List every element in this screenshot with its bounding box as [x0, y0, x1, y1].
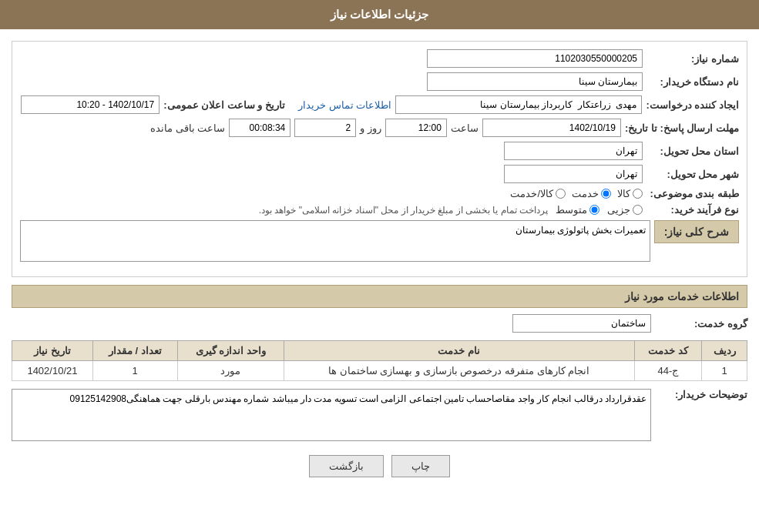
content-area: شماره نیاز: نام دستگاه خریدار: ایجاد کنن…: [0, 29, 759, 489]
cat-kala-khadamat-label: کالا/خدمت: [510, 188, 553, 199]
services-table-section: ردیف کد خدمت نام خدمت واحد اندازه گیری ت…: [12, 340, 747, 381]
cat-khadamat-label: خدمت: [572, 188, 599, 199]
cat-kala-label: کالا: [617, 188, 630, 199]
buyer-org-label: نام دستگاه خریدار:: [646, 76, 739, 88]
deadline-row: مهلت ارسال پاسخ: تا تاریخ: ساعت روز و سا…: [20, 119, 739, 137]
page-wrapper: جزئیات اطلاعات نیاز شماره نیاز: نام دستگ…: [0, 0, 759, 532]
province-row: استان محل تحویل:: [20, 142, 739, 160]
pt-jozii-item: جزیی: [607, 204, 643, 216]
announce-input[interactable]: [21, 95, 160, 114]
cat-kala-radio[interactable]: [633, 189, 643, 199]
deadline-label: مهلت ارسال پاسخ: تا تاریخ:: [625, 122, 739, 134]
creator-input[interactable]: [395, 95, 642, 114]
buyer-desc-row: توضیحات خریدار:: [12, 389, 747, 443]
need-desc-header: شرح کلی نیاز:: [654, 220, 739, 243]
pt-mottasat-radio[interactable]: [589, 205, 599, 215]
col-service-name: نام خدمت: [284, 341, 634, 361]
need-desc-textarea[interactable]: [20, 220, 650, 262]
buyer-org-row: نام دستگاه خریدار:: [20, 72, 739, 91]
deadline-remain-input[interactable]: [229, 119, 291, 137]
cat-kala-item: کالا: [617, 188, 643, 199]
city-row: شهر محل تحویل:: [20, 165, 739, 183]
cell-service-name: انجام کارهای متفرقه درخصوص بازسازی و بهس…: [284, 361, 634, 381]
pt-mottasat-label: متوسط: [556, 204, 587, 216]
city-label: شهر محل تحویل:: [646, 169, 739, 180]
purchase-type-group: جزیی متوسط پرداخت تمام یا بخشی از مبلغ خ…: [259, 204, 643, 216]
purchase-type-row: نوع فرآیند خرید: جزیی متوسط پرداخت تمام …: [20, 204, 739, 216]
page-title: جزئیات اطلاعات نیاز: [331, 8, 428, 21]
print-button[interactable]: چاپ: [391, 455, 450, 477]
services-table: ردیف کد خدمت نام خدمت واحد اندازه گیری ت…: [12, 340, 747, 381]
button-group: چاپ بازگشت: [12, 455, 747, 477]
need-desc-content: [20, 220, 650, 264]
pt-note: پرداخت تمام یا بخشی از مبلغ خریدار از مح…: [259, 205, 548, 216]
col-service-code: کد خدمت: [634, 341, 702, 361]
table-body: 1 ج-44 انجام کارهای متفرقه درخصوص بازساز…: [12, 361, 747, 381]
cell-unit: مورد: [177, 361, 284, 381]
buyer-org-input[interactable]: [427, 72, 643, 91]
buyer-desc-textarea[interactable]: [12, 389, 651, 441]
cell-row-num: 1: [702, 361, 747, 381]
services-header-text: اطلاعات خدمات مورد نیاز: [625, 290, 739, 303]
need-number-label: شماره نیاز:: [646, 53, 739, 65]
table-header-row: ردیف کد خدمت نام خدمت واحد اندازه گیری ت…: [12, 341, 747, 361]
deadline-day-input[interactable]: [294, 119, 356, 137]
deadline-remain-label: ساعت باقی مانده: [150, 122, 225, 134]
page-header: جزئیات اطلاعات نیاز: [0, 0, 759, 29]
pt-jozii-label: جزیی: [607, 204, 630, 216]
col-quantity: تعداد / مقدار: [92, 341, 177, 361]
cell-date: 1402/10/21: [12, 361, 93, 381]
services-header: اطلاعات خدمات مورد نیاز: [12, 285, 747, 308]
category-radio-group: کالا خدمت کالا/خدمت: [510, 188, 643, 199]
deadline-date-input[interactable]: [482, 119, 621, 137]
creator-link[interactable]: اطلاعات تماس خریدار: [298, 99, 391, 111]
buyer-desc-content: [12, 389, 651, 443]
cat-kala-khadamat-radio[interactable]: [556, 189, 566, 199]
main-info-section: شماره نیاز: نام دستگاه خریدار: ایجاد کنن…: [12, 41, 747, 277]
deadline-day-label: روز و: [360, 122, 381, 134]
pt-mottasat-item: متوسط: [556, 204, 599, 216]
creator-row: ایجاد کننده درخواست: اطلاعات تماس خریدار…: [20, 95, 739, 114]
announce-label: تاریخ و ساعت اعلان عمومی:: [163, 99, 285, 111]
service-group-label: گروه خدمت:: [655, 318, 747, 330]
pt-jozii-radio[interactable]: [633, 205, 643, 215]
col-row-num: ردیف: [702, 341, 747, 361]
creator-label: ایجاد کننده درخواست:: [646, 99, 739, 111]
service-group-row: گروه خدمت:: [12, 314, 747, 333]
deadline-time-label: ساعت: [451, 122, 479, 134]
category-row: طبقه بندی موضوعی: کالا خدمت کالا/خدمت: [20, 188, 739, 199]
cell-service-code: ج-44: [634, 361, 702, 381]
province-label: استان محل تحویل:: [646, 146, 739, 157]
service-group-input[interactable]: [512, 314, 651, 333]
cat-khadamat-radio[interactable]: [601, 189, 611, 199]
category-label: طبقه بندی موضوعی:: [646, 188, 739, 199]
province-input[interactable]: [504, 142, 643, 160]
purchase-type-label: نوع فرآیند خرید:: [646, 204, 739, 216]
need-number-input[interactable]: [427, 49, 643, 68]
need-desc-row: شرح کلی نیاز:: [20, 220, 739, 264]
cat-khadamat-item: خدمت: [572, 188, 611, 199]
cell-quantity: 1: [92, 361, 177, 381]
table-row: 1 ج-44 انجام کارهای متفرقه درخصوص بازساز…: [12, 361, 747, 381]
city-input[interactable]: [504, 165, 643, 183]
buyer-desc-label: توضیحات خریدار:: [655, 389, 747, 400]
cat-kala-khadamat-item: کالا/خدمت: [510, 188, 566, 199]
col-unit: واحد اندازه گیری: [177, 341, 284, 361]
back-button[interactable]: بازگشت: [309, 455, 384, 477]
col-date: تاریخ نیاز: [12, 341, 93, 361]
need-number-row: شماره نیاز:: [20, 49, 739, 68]
need-desc-label: شرح کلی نیاز:: [664, 226, 729, 238]
deadline-time-input[interactable]: [385, 119, 447, 137]
